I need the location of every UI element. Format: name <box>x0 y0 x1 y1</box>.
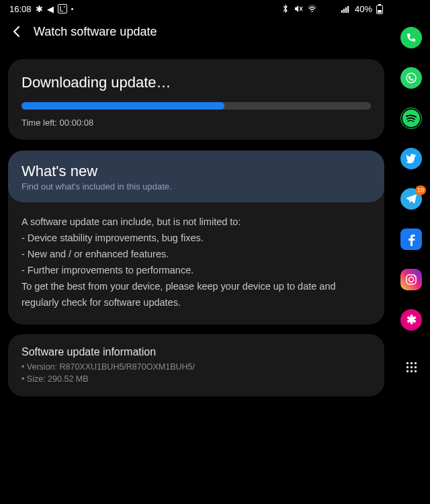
clock: 16:08 <box>9 4 32 14</box>
info-version: • Version: R870XXU1BUH5/R870OXM1BUH5/ <box>22 361 371 374</box>
whats-new-item: - Device stability improvements, bug fix… <box>22 230 371 247</box>
battery-icon <box>376 4 383 14</box>
grid-icon <box>406 362 417 372</box>
download-card: Downloading update… Time left: 00:00:08 <box>8 59 384 140</box>
whats-new-outro: To get the best from your device, please… <box>22 279 371 311</box>
info-card: Software update information • Version: R… <box>8 334 384 397</box>
battery-text: 40% <box>355 4 372 14</box>
whats-new-title: What's new <box>22 163 371 180</box>
whats-new-header[interactable]: What's new Find out what's included in t… <box>8 151 384 202</box>
asterisk-icon: ✱ <box>406 312 417 327</box>
svg-rect-5 <box>345 7 347 13</box>
phone-screen: 16:08 ✱ ◀ L' • 40% <box>0 0 392 504</box>
app-notify-icon: L' <box>58 4 67 13</box>
svg-rect-4 <box>343 9 345 13</box>
whats-new-item: - Further improvements to performance. <box>22 263 371 279</box>
signal-icon <box>341 5 351 13</box>
edge-app-telegram[interactable]: 10 <box>400 188 422 210</box>
dot-icon: • <box>71 5 74 13</box>
whats-new-card: What's new Find out what's included in t… <box>8 151 384 325</box>
info-title: Software update information <box>22 346 371 358</box>
svg-rect-3 <box>341 10 343 13</box>
page-title: Watch software update <box>34 25 157 39</box>
statusbar-right: 40% <box>282 4 383 14</box>
edge-app-facebook[interactable] <box>400 228 422 250</box>
bluetooth-icon <box>282 4 290 13</box>
whats-new-body: A software update can include, but is no… <box>8 202 384 311</box>
progress-bar <box>22 102 371 110</box>
svg-point-14 <box>414 276 415 278</box>
send-icon: ◀ <box>47 4 54 14</box>
svg-rect-9 <box>378 10 382 13</box>
download-title: Downloading update… <box>22 74 371 91</box>
whats-new-item: - New and / or enhanced features. <box>22 247 371 263</box>
info-size: • Size: 290.52 MB <box>22 373 371 386</box>
svg-rect-6 <box>347 6 349 13</box>
svg-point-10 <box>406 73 416 83</box>
whats-new-subtitle: Find out what's included in this update. <box>22 181 371 192</box>
edge-app-pink[interactable]: ✱ <box>400 309 422 331</box>
edge-app-drawer[interactable] <box>400 356 422 378</box>
status-bar: 16:08 ✱ ◀ L' • 40% <box>0 0 392 17</box>
edge-panel[interactable]: 10 ✱ <box>392 0 430 504</box>
edge-app-whatsapp[interactable] <box>400 67 422 89</box>
svg-point-2 <box>311 11 312 12</box>
svg-point-13 <box>409 278 414 282</box>
progress-fill <box>22 102 224 110</box>
edge-app-twitter[interactable] <box>400 148 422 169</box>
wifi-icon <box>307 5 317 13</box>
whats-new-intro: A software update can include, but is no… <box>22 214 371 230</box>
edge-app-phone[interactable] <box>400 27 422 48</box>
statusbar-left: 16:08 ✱ ◀ L' • <box>9 4 73 14</box>
edge-app-instagram[interactable] <box>400 269 422 290</box>
back-button[interactable] <box>9 24 24 39</box>
snowflake-icon: ✱ <box>36 4 43 14</box>
edge-app-spotify[interactable] <box>400 108 422 129</box>
mute-icon <box>294 4 303 13</box>
page-header: Watch software update <box>0 17 392 44</box>
badge-count: 10 <box>415 185 426 195</box>
time-left: Time left: 00:00:08 <box>22 118 371 128</box>
